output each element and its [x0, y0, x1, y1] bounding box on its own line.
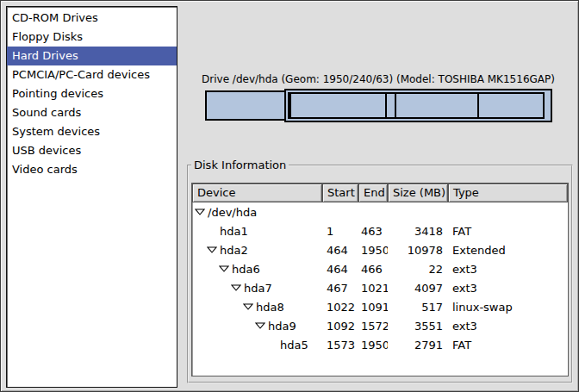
column-header-start[interactable]: Start — [322, 184, 358, 202]
partition-segment-hda1 — [205, 90, 286, 121]
disk-table-body: /dev/hda hda1 1 463 3418 FAT hda2 464 19… — [192, 202, 568, 354]
start-cell: 464 — [322, 244, 358, 257]
end-cell: 1950 — [358, 339, 388, 352]
partition-segment-hda2-extended — [284, 89, 552, 122]
device-name: hda9 — [267, 320, 296, 333]
end-cell: 466 — [358, 263, 388, 276]
table-row[interactable]: hda9 1092 1572 3551 ext3 — [192, 316, 568, 335]
disk-information-frame: Disk Information Device Start End Size (… — [187, 165, 573, 383]
start-cell: 464 — [322, 263, 358, 276]
end-cell: 463 — [358, 225, 388, 238]
table-row[interactable]: hda6 464 466 22 ext3 — [192, 259, 568, 278]
type-cell: FAT — [448, 339, 568, 352]
start-cell: 1022 — [322, 301, 358, 314]
end-cell: 1091 — [358, 301, 388, 314]
device-name: hda2 — [219, 244, 248, 257]
disk-table-header: Device Start End Size (MB) Type — [192, 184, 568, 202]
size-cell: 3551 — [388, 320, 448, 333]
type-cell: FAT — [448, 225, 568, 238]
size-cell: 22 — [388, 263, 448, 276]
sidebar-item-pointing-devices[interactable]: Pointing devices — [7, 84, 177, 103]
expander-triangle-icon[interactable] — [207, 246, 219, 253]
expander-triangle-icon[interactable] — [219, 265, 231, 272]
column-header-device[interactable]: Device — [192, 184, 322, 202]
table-row[interactable]: hda8 1022 1091 517 linux-swap — [192, 297, 568, 316]
device-category-list: CD-ROM Drives Floppy Disks Hard Drives P… — [6, 6, 177, 388]
disk-table: Device Start End Size (MB) Type /dev/hda — [191, 183, 569, 376]
size-cell: 2791 — [388, 339, 448, 352]
column-header-size[interactable]: Size (MB) — [388, 184, 448, 202]
column-header-type[interactable]: Type — [448, 184, 568, 202]
table-row[interactable]: hda5 1573 1950 2791 FAT — [192, 335, 568, 354]
start-cell: 1573 — [322, 339, 358, 352]
end-cell: 1572 — [358, 320, 388, 333]
partition-segment-hda5 — [477, 92, 545, 119]
disk-information-frame-label: Disk Information — [191, 159, 289, 172]
sidebar-item-pcmcia-devices[interactable]: PCMCIA/PC-Card devices — [7, 65, 177, 84]
device-name: /dev/hda — [207, 206, 257, 219]
expander-triangle-icon[interactable] — [243, 303, 255, 310]
sidebar-item-system-devices[interactable]: System devices — [7, 122, 177, 141]
table-row[interactable]: hda7 467 1021 4097 ext3 — [192, 278, 568, 297]
size-cell: 517 — [388, 301, 448, 314]
table-row[interactable]: hda2 464 1950 10978 Extended — [192, 240, 568, 259]
expander-triangle-icon[interactable] — [231, 284, 243, 291]
sidebar-item-video-cards[interactable]: Video cards — [7, 160, 177, 179]
device-name: hda1 — [219, 225, 248, 238]
start-cell: 1 — [322, 225, 358, 238]
size-cell: 10978 — [388, 244, 448, 257]
expander-triangle-icon[interactable] — [255, 322, 267, 329]
sidebar-item-usb-devices[interactable]: USB devices — [7, 141, 177, 160]
sidebar-item-floppy-disks[interactable]: Floppy Disks — [7, 28, 177, 47]
type-cell: Extended — [448, 244, 568, 257]
device-name: hda6 — [231, 263, 260, 276]
device-name: hda5 — [279, 339, 308, 352]
sidebar-item-hard-drives[interactable]: Hard Drives — [7, 47, 177, 65]
table-row[interactable]: hda1 1 463 3418 FAT — [192, 221, 568, 240]
type-cell: ext3 — [448, 282, 568, 295]
column-header-end[interactable]: End — [358, 184, 388, 202]
partition-segment-hda9 — [395, 92, 480, 119]
hardware-browser-window: CD-ROM Drives Floppy Disks Hard Drives P… — [0, 0, 579, 392]
end-cell: 1950 — [358, 244, 388, 257]
partition-bar — [205, 89, 552, 122]
sidebar-item-sound-cards[interactable]: Sound cards — [7, 103, 177, 122]
type-cell: ext3 — [448, 320, 568, 333]
start-cell: 467 — [322, 282, 358, 295]
table-row[interactable]: /dev/hda — [192, 202, 568, 221]
type-cell: ext3 — [448, 263, 568, 276]
start-cell: 1092 — [322, 320, 358, 333]
size-cell: 3418 — [388, 225, 448, 238]
type-cell: linux-swap — [448, 301, 568, 314]
drive-title: Drive /dev/hda (Geom: 1950/240/63) (Mode… — [202, 73, 555, 85]
expander-triangle-icon[interactable] — [195, 208, 207, 215]
end-cell: 1021 — [358, 282, 388, 295]
size-cell: 4097 — [388, 282, 448, 295]
sidebar-item-cdrom-drives[interactable]: CD-ROM Drives — [7, 9, 177, 28]
device-name: hda7 — [243, 282, 272, 295]
device-name: hda8 — [255, 301, 284, 314]
partition-segment-hda7 — [290, 92, 387, 119]
